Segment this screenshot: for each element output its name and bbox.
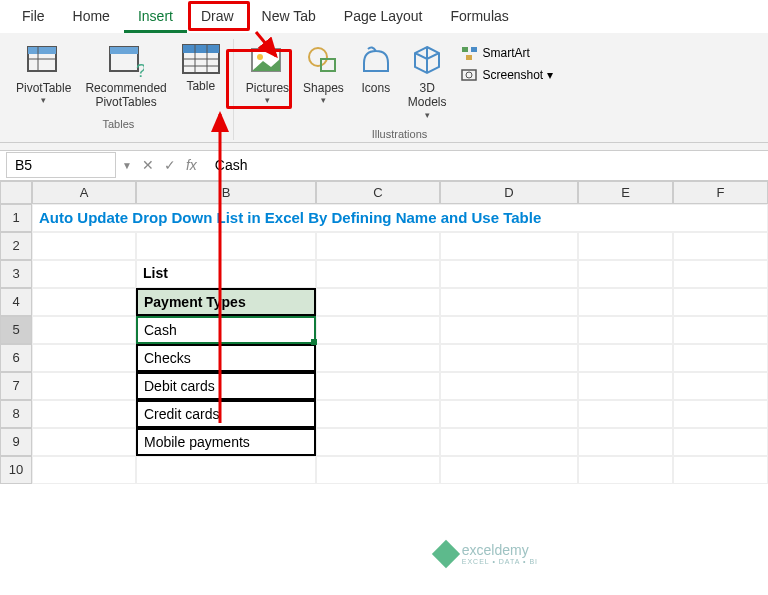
cell[interactable] [316,456,440,484]
cell[interactable] [440,456,578,484]
cancel-icon[interactable]: ✕ [142,157,154,173]
table-header-cell[interactable]: Payment Types [136,288,316,316]
row-header[interactable]: 8 [0,400,32,428]
col-header-f[interactable]: F [673,181,768,204]
cell[interactable] [440,400,578,428]
recommended-pivottables-button[interactable]: ? Recommended PivotTables [79,39,172,114]
cell[interactable] [316,344,440,372]
cell[interactable] [578,288,673,316]
chevron-down-icon: ▾ [547,68,553,82]
cell[interactable] [32,232,136,260]
cell[interactable] [578,232,673,260]
list-label-cell[interactable]: List [136,260,316,288]
cell[interactable] [316,400,440,428]
cell[interactable] [136,232,316,260]
row-header[interactable]: 1 [0,204,32,232]
cell[interactable] [673,428,768,456]
title-cell[interactable]: Auto Update Drop Down List in Excel By D… [32,204,768,232]
table-cell[interactable]: Debit cards [136,372,316,400]
cell[interactable] [440,372,578,400]
formula-input[interactable] [207,153,768,177]
cell[interactable] [673,316,768,344]
cell[interactable] [578,456,673,484]
cell[interactable] [673,232,768,260]
tab-draw[interactable]: Draw [187,2,248,33]
cell[interactable] [578,372,673,400]
row-header[interactable]: 4 [0,288,32,316]
row-header[interactable]: 6 [0,344,32,372]
cell[interactable] [673,260,768,288]
3dmodels-button[interactable]: 3D Models ▾ [402,39,453,124]
select-all-corner[interactable] [0,181,32,204]
row-header[interactable]: 10 [0,456,32,484]
table-cell[interactable]: Checks [136,344,316,372]
cell[interactable] [440,428,578,456]
cell[interactable] [578,428,673,456]
cell[interactable] [578,344,673,372]
cell[interactable] [316,428,440,456]
cell[interactable] [440,232,578,260]
pivottable-button[interactable]: PivotTable ▾ [10,39,77,109]
cell[interactable] [440,344,578,372]
cell[interactable] [316,316,440,344]
cell[interactable] [316,260,440,288]
tab-home[interactable]: Home [59,2,124,33]
cell[interactable] [32,372,136,400]
cell[interactable] [440,288,578,316]
table-cell[interactable]: Credit cards [136,400,316,428]
col-header-d[interactable]: D [440,181,578,204]
pictures-button[interactable]: Pictures ▾ [240,39,295,109]
cell[interactable] [316,232,440,260]
smartart-button[interactable]: SmartArt [457,43,558,63]
col-header-b[interactable]: B [136,181,316,204]
tab-pagelayout[interactable]: Page Layout [330,2,437,33]
cell[interactable] [673,456,768,484]
formula-bar: ▼ ✕ ✓ fx [0,151,768,181]
row-header[interactable]: 9 [0,428,32,456]
cell[interactable] [316,288,440,316]
table-cell[interactable]: Mobile payments [136,428,316,456]
cell[interactable] [136,456,316,484]
cell[interactable] [32,288,136,316]
col-header-a[interactable]: A [32,181,136,204]
tab-newtab[interactable]: New Tab [248,2,330,33]
row-header[interactable]: 5 [0,316,32,344]
cell[interactable] [32,428,136,456]
screenshot-button[interactable]: Screenshot ▾ [457,65,558,85]
cell[interactable] [673,372,768,400]
cell[interactable] [673,344,768,372]
enter-icon[interactable]: ✓ [164,157,176,173]
col-header-e[interactable]: E [578,181,673,204]
pivottable-icon [26,43,62,79]
cell[interactable] [316,372,440,400]
smartart-icon [461,45,479,61]
cell[interactable] [578,260,673,288]
name-box[interactable] [6,152,116,178]
screenshot-icon [461,67,479,83]
row-header[interactable]: 3 [0,260,32,288]
cell[interactable] [673,400,768,428]
row-header[interactable]: 2 [0,232,32,260]
table-button[interactable]: Table [175,39,227,97]
tab-insert[interactable]: Insert [124,2,187,33]
cell[interactable] [32,344,136,372]
fx-icon[interactable]: fx [186,157,197,173]
namebox-chevron-icon[interactable]: ▼ [122,160,132,171]
tab-formulas[interactable]: Formulas [436,2,522,33]
cell[interactable] [32,316,136,344]
selected-cell[interactable]: Cash [136,316,316,344]
shapes-button[interactable]: Shapes ▾ [297,39,350,109]
cell[interactable] [32,456,136,484]
spreadsheet-grid[interactable]: A B C D E F 1 Auto Update Drop Down List… [0,181,768,484]
cell[interactable] [673,288,768,316]
row-header[interactable]: 7 [0,372,32,400]
icons-button[interactable]: Icons [352,39,400,99]
cell[interactable] [440,260,578,288]
cell[interactable] [578,316,673,344]
cell[interactable] [32,400,136,428]
col-header-c[interactable]: C [316,181,440,204]
tab-file[interactable]: File [8,2,59,33]
cell[interactable] [440,316,578,344]
cell[interactable] [578,400,673,428]
cell[interactable] [32,260,136,288]
